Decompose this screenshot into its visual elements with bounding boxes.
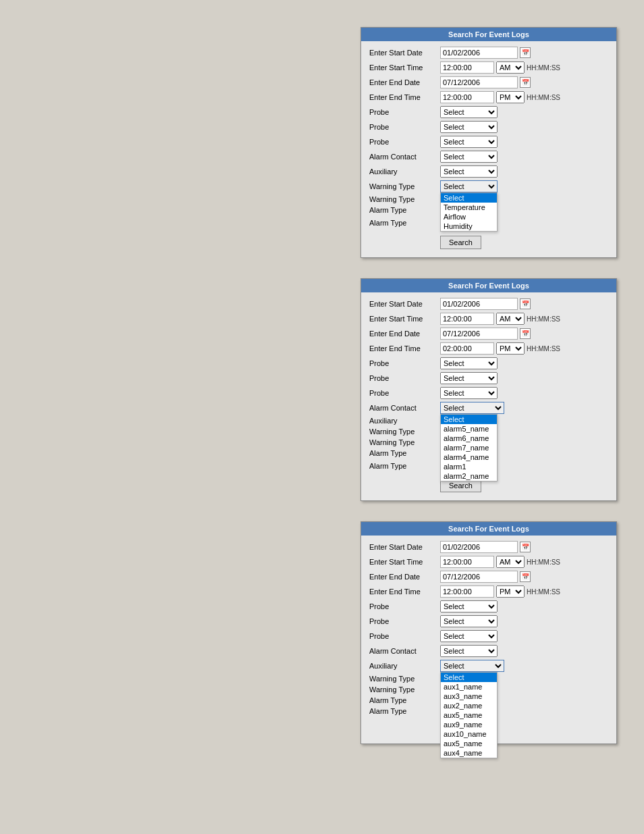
p2-start-date-label: Enter Start Date bbox=[369, 300, 440, 308]
probe3-select[interactable]: Select bbox=[440, 136, 498, 148]
probe1-select[interactable]: Select bbox=[440, 106, 498, 118]
warning-option-select[interactable]: Select bbox=[441, 193, 497, 203]
ac-option-alarm2[interactable]: alarm2_name bbox=[441, 471, 497, 481]
p2-start-ampm-select[interactable]: AMPM bbox=[496, 313, 525, 325]
p3-end-time-format: HH:MM:SS bbox=[527, 588, 560, 596]
ac-option-alarm1[interactable]: alarm1 bbox=[441, 462, 497, 471]
ac-option-alarm6[interactable]: alarm6_name bbox=[441, 434, 497, 443]
p3-alarm-contact-select[interactable]: Select bbox=[440, 645, 498, 657]
end-date-row: Enter End Date 📅 bbox=[369, 76, 608, 88]
probe2-select[interactable]: Select bbox=[440, 121, 498, 133]
warning-option-temperature[interactable]: Temperature bbox=[441, 203, 497, 212]
p3-start-date-calendar-icon[interactable]: 📅 bbox=[520, 542, 531, 552]
p2-probe1-select[interactable]: Select bbox=[440, 357, 498, 369]
p3-probe3-select[interactable]: Select bbox=[440, 630, 498, 642]
p3-probe1-row: Probe Select bbox=[369, 600, 608, 613]
aux-option-aux1[interactable]: aux1_name bbox=[441, 682, 497, 692]
p2-start-time-input[interactable] bbox=[440, 313, 494, 325]
p2-warning-type2-label: Warning Type bbox=[369, 438, 440, 446]
p3-probe1-select[interactable]: Select bbox=[440, 600, 498, 613]
aux-option-aux10[interactable]: aux10_name bbox=[441, 729, 497, 739]
end-ampm-select[interactable]: AMPM bbox=[496, 91, 525, 103]
alarm-type1-label: Alarm Type bbox=[369, 206, 440, 214]
p3-end-date-row: Enter End Date 📅 bbox=[369, 571, 608, 583]
p3-start-date-input[interactable] bbox=[440, 541, 518, 553]
warning-type-dropdown[interactable]: Select Temperature Airflow Humidity bbox=[440, 192, 498, 232]
end-date-input[interactable] bbox=[440, 76, 518, 88]
start-date-calendar-icon[interactable]: 📅 bbox=[520, 47, 531, 58]
p3-start-time-format: HH:MM:SS bbox=[527, 558, 560, 566]
p2-start-date-input[interactable] bbox=[440, 298, 518, 310]
p3-auxiliary-select[interactable]: Select bbox=[440, 660, 504, 672]
p3-end-ampm-select[interactable]: AMPM bbox=[496, 585, 525, 598]
ac-option-select[interactable]: Select bbox=[441, 415, 497, 424]
p2-end-time-format: HH:MM:SS bbox=[527, 345, 560, 353]
ac-option-alarm7[interactable]: alarm7_name bbox=[441, 443, 497, 452]
p3-probe3-row: Probe Select bbox=[369, 630, 608, 642]
p3-end-date-calendar-icon[interactable]: 📅 bbox=[520, 571, 531, 582]
aux-option-select[interactable]: Select bbox=[441, 673, 497, 682]
end-time-input[interactable] bbox=[440, 91, 494, 103]
p2-probe3-row: Probe Select bbox=[369, 387, 608, 399]
aux-option-aux5a[interactable]: aux5_name bbox=[441, 710, 497, 720]
p2-alarm-contact-select[interactable]: Select bbox=[440, 402, 504, 414]
p3-probe1-label: Probe bbox=[369, 602, 440, 610]
p3-start-time-label: Enter Start Time bbox=[369, 558, 440, 566]
warning-option-airflow[interactable]: Airflow bbox=[441, 212, 497, 221]
p2-end-date-calendar-icon[interactable]: 📅 bbox=[520, 328, 531, 339]
p3-end-time-input[interactable] bbox=[440, 585, 494, 598]
p3-end-date-input[interactable] bbox=[440, 571, 518, 583]
aux-option-aux5b[interactable]: aux5_name bbox=[441, 739, 497, 748]
start-time-input[interactable] bbox=[440, 61, 494, 74]
p3-start-date-label: Enter Start Date bbox=[369, 543, 440, 551]
ac-option-alarm4[interactable]: alarm4_name bbox=[441, 452, 497, 462]
panel-2-title: Search For Event Logs bbox=[448, 282, 529, 290]
p3-end-time-row: Enter End Time AMPM HH:MM:SS bbox=[369, 585, 608, 598]
panel-3-header: Search For Event Logs bbox=[361, 522, 616, 536]
p3-start-ampm-select[interactable]: AMPM bbox=[496, 556, 525, 568]
p2-probe2-select[interactable]: Select bbox=[440, 372, 498, 384]
p2-end-time-input[interactable] bbox=[440, 342, 494, 355]
p2-probe3-select[interactable]: Select bbox=[440, 387, 498, 399]
start-date-label: Enter Start Date bbox=[369, 49, 440, 57]
p3-start-date-row: Enter Start Date 📅 bbox=[369, 541, 608, 553]
p3-start-time-input[interactable] bbox=[440, 556, 494, 568]
start-time-format: HH:MM:SS bbox=[527, 64, 560, 72]
p2-probe1-label: Probe bbox=[369, 359, 440, 367]
start-date-row: Enter Start Date 📅 bbox=[369, 47, 608, 59]
start-ampm-select[interactable]: AMPM bbox=[496, 61, 525, 74]
p3-warning-type1-label: Warning Type bbox=[369, 675, 440, 683]
end-date-calendar-icon[interactable]: 📅 bbox=[520, 77, 531, 88]
start-date-input[interactable] bbox=[440, 47, 518, 59]
p3-alarm-type1-label: Alarm Type bbox=[369, 696, 440, 704]
aux-option-aux4[interactable]: aux4_name bbox=[441, 748, 497, 758]
alarm-contact-dropdown[interactable]: Select alarm5_name alarm6_name alarm7_na… bbox=[440, 414, 498, 481]
panel-1: Search For Event Logs Enter Start Date 📅… bbox=[360, 27, 617, 258]
p2-start-date-row: Enter Start Date 📅 bbox=[369, 298, 608, 310]
end-date-label: Enter End Date bbox=[369, 78, 440, 86]
warning-type1-select[interactable]: Select bbox=[440, 180, 498, 192]
ac-option-alarm5[interactable]: alarm5_name bbox=[441, 424, 497, 434]
auxiliary-select[interactable]: Select bbox=[440, 165, 498, 178]
p3-auxiliary-label: Auxiliary bbox=[369, 662, 440, 670]
search-button-1[interactable]: Search bbox=[440, 236, 481, 249]
p3-probe2-label: Probe bbox=[369, 617, 440, 625]
p2-end-date-input[interactable] bbox=[440, 328, 518, 340]
panel-2: Search For Event Logs Enter Start Date 📅… bbox=[360, 278, 617, 501]
aux-option-aux3[interactable]: aux3_name bbox=[441, 692, 497, 701]
warning-type1-row: Warning Type Select Select Temperature A… bbox=[369, 180, 608, 192]
alarm-contact-select[interactable]: Select bbox=[440, 151, 498, 163]
aux-option-aux2[interactable]: aux2_name bbox=[441, 701, 497, 710]
end-time-format: HH:MM:SS bbox=[527, 94, 560, 101]
alarm-type2-label: Alarm Type bbox=[369, 219, 440, 227]
p2-end-date-label: Enter End Date bbox=[369, 330, 440, 338]
p3-probe2-select[interactable]: Select bbox=[440, 615, 498, 627]
warning-option-humidity[interactable]: Humidity bbox=[441, 221, 497, 231]
alarm-contact-label: Alarm Contact bbox=[369, 153, 440, 161]
p2-start-date-calendar-icon[interactable]: 📅 bbox=[520, 298, 531, 309]
aux-option-aux9[interactable]: aux9_name bbox=[441, 720, 497, 729]
p2-end-ampm-select[interactable]: AMPM bbox=[496, 342, 525, 355]
auxiliary-dropdown[interactable]: Select aux1_name aux3_name aux2_name aux… bbox=[440, 672, 498, 758]
auxiliary-label: Auxiliary bbox=[369, 167, 440, 176]
panel-3-title: Search For Event Logs bbox=[448, 525, 529, 533]
